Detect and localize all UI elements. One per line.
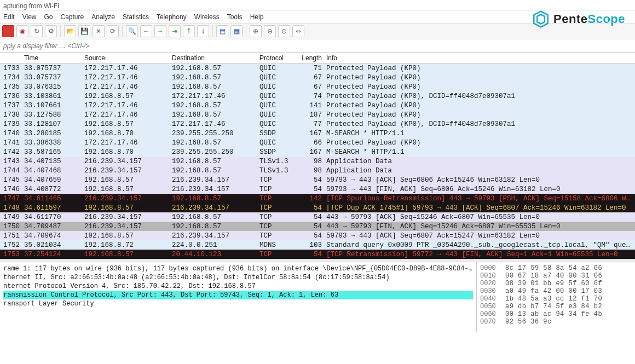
auto-scroll-button[interactable]: ▤ (216, 25, 228, 37)
table-row[interactable]: 174434.407468216.239.34.157192.168.8.57T… (0, 166, 635, 175)
hex-row[interactable]: 00401b 48 5a a3 cc 12 f1 70 (480, 295, 632, 303)
menu-statistics[interactable]: Statistics (123, 13, 149, 21)
stop-capture-button[interactable] (2, 25, 14, 37)
display-filter-bar (0, 39, 635, 53)
zoom-out-button[interactable]: ⊖ (264, 25, 276, 37)
go-last-button[interactable]: ⤓ (197, 25, 209, 37)
table-row[interactable]: 173433.075737172.217.17.46192.168.8.57QU… (0, 73, 635, 82)
restart-capture-button[interactable]: ↻ (31, 25, 43, 37)
tree-ethernet[interactable]: thernet II, Src: a2:66:53:4b:0a:48 (a2:6… (3, 273, 473, 282)
close-file-button[interactable]: ✕ (93, 25, 105, 37)
table-row[interactable]: 175337.254124192.168.8.5720.44.10.123TCP… (0, 250, 635, 259)
table-row[interactable]: 174334.407135216.239.34.157192.168.8.57T… (0, 157, 635, 166)
colorize-button[interactable]: ▦ (230, 25, 243, 37)
table-row[interactable]: 173833.127588172.217.17.46192.168.8.57QU… (0, 110, 635, 119)
table-row[interactable]: 173933.128107192.168.8.57172.217.17.46QU… (0, 119, 635, 129)
packet-bytes-hex[interactable]: 00008c 17 59 58 8a 54 a2 66001000 67 18 … (476, 262, 635, 332)
menu-help[interactable]: Help (250, 13, 264, 21)
toolbar-separator (246, 25, 246, 37)
save-file-button[interactable]: 💾 (78, 25, 90, 37)
zoom-reset-button[interactable]: ⊜ (278, 25, 290, 37)
table-row[interactable]: 175235.021034192.168.8.72224.0.0.251MDNS… (0, 240, 635, 250)
hex-row[interactable]: 00008c 17 59 58 8a 54 a2 66 (480, 264, 632, 272)
column-header-time[interactable]: Time (22, 54, 82, 62)
details-bytes-pane: rame 1: 117 bytes on wire (936 bits), 11… (0, 262, 635, 332)
brand-text: PenteScope (553, 12, 625, 26)
column-header-source[interactable]: Source (82, 54, 170, 62)
column-header-protocol[interactable]: Protocol (257, 54, 296, 62)
pentescope-icon (532, 10, 550, 28)
table-row[interactable]: 174233.587165192.168.8.70239.255.255.250… (0, 147, 635, 157)
menu-edit[interactable]: Edit (3, 13, 15, 21)
hex-row[interactable]: 0050a9 db b7 74 5f e3 84 b2 (480, 303, 632, 310)
table-row[interactable]: 175134.709674192.168.8.57216.239.34.157T… (0, 231, 635, 240)
tree-ip[interactable]: nternet Protocol Version 4, Src: 185.70.… (3, 282, 473, 291)
go-to-packet-button[interactable]: ⇥ (169, 25, 181, 37)
tree-tls[interactable]: ransport Layer Security (3, 299, 473, 308)
column-header-info[interactable]: Info (324, 54, 635, 62)
table-row[interactable]: 174033.280185192.168.8.70239.255.255.250… (0, 129, 635, 138)
menu-view[interactable]: View (22, 13, 37, 21)
tree-frame[interactable]: rame 1: 117 bytes on wire (936 bits), 11… (3, 264, 473, 273)
table-row[interactable]: 173633.103861192.168.8.57172.217.17.46QU… (0, 91, 635, 101)
menu-go[interactable]: Go (44, 13, 53, 21)
menu-tools[interactable]: Tools (227, 13, 243, 21)
table-row[interactable]: 174934.611770216.239.34.157192.168.8.57T… (0, 212, 635, 222)
go-first-button[interactable]: ⤒ (183, 25, 195, 37)
go-back-button[interactable]: ← (140, 25, 152, 37)
toolbar-separator (122, 25, 123, 37)
resize-columns-button[interactable]: ⇔ (292, 25, 304, 37)
column-header-destination[interactable]: Destination (170, 54, 257, 62)
capture-options-button[interactable]: ⚙ (45, 25, 57, 37)
display-filter-input[interactable] (3, 42, 632, 50)
column-header-no[interactable] (0, 57, 22, 59)
table-row[interactable]: 174534.407659192.168.8.57216.239.34.157T… (0, 175, 635, 184)
go-forward-button[interactable]: → (154, 25, 166, 37)
tree-tcp[interactable]: ransmission Control Protocol, Src Port: … (3, 291, 473, 299)
table-row[interactable]: 174834.611597192.168.8.57216.239.34.157T… (0, 203, 635, 212)
brand-logo-area: PenteScope (532, 10, 625, 28)
table-row[interactable]: 173333.075737172.217.17.46192.168.8.57QU… (0, 63, 635, 73)
hex-row[interactable]: 001000 67 18 a7 40 00 31 06 (480, 272, 632, 280)
menu-analyze[interactable]: Analyze (91, 13, 115, 21)
menu-telephony[interactable]: Telephony (157, 13, 187, 21)
find-packet-button[interactable]: 🔍 (126, 25, 138, 37)
toolbar-separator (60, 25, 61, 37)
column-header-length[interactable]: Length (296, 54, 324, 62)
toolbar-separator (212, 25, 213, 37)
table-row[interactable]: 174634.408772192.168.8.57216.239.34.157T… (0, 184, 635, 194)
table-row[interactable]: 173733.107661172.217.17.46192.168.8.57QU… (0, 101, 635, 110)
window-title: apturing from Wi-Fi (3, 2, 59, 10)
zoom-in-button[interactable]: ⊕ (250, 25, 262, 37)
table-row[interactable]: 173533.076315172.217.17.46192.168.8.57QU… (0, 82, 635, 91)
packet-details-tree[interactable]: rame 1: 117 bytes on wire (936 bits), 11… (0, 262, 476, 332)
reload-button[interactable]: ⟳ (107, 25, 119, 37)
hex-row[interactable]: 007092 56 36 9c (480, 318, 632, 326)
menu-bar: Edit View Go Capture Analyze Statistics … (0, 11, 635, 23)
hex-row[interactable]: 006000 13 ab ac 94 34 fe 4b (480, 310, 632, 318)
packet-list-header[interactable]: Time Source Destination Protocol Length … (0, 53, 635, 63)
menu-capture[interactable]: Capture (61, 13, 84, 21)
open-file-button[interactable]: 📂 (64, 25, 76, 37)
menu-wireless[interactable]: Wireless (194, 13, 220, 21)
start-capture-button[interactable]: ◉ (16, 25, 28, 37)
table-row[interactable]: 175034.709487216.239.34.157192.168.8.57T… (0, 222, 635, 231)
hex-row[interactable]: 0030a0 49 fa 42 00 00 17 03 (480, 287, 632, 295)
hex-row[interactable]: 002008 39 01 bb e9 5f 60 6f (480, 280, 632, 287)
table-row[interactable]: 174734.611465216.239.34.157192.168.8.57T… (0, 194, 635, 203)
packet-list[interactable]: 173333.075737172.217.17.46192.168.8.57QU… (0, 63, 635, 259)
window-titlebar: apturing from Wi-Fi (0, 0, 635, 11)
table-row[interactable]: 174133.386338172.217.17.46192.168.8.57QU… (0, 138, 635, 147)
